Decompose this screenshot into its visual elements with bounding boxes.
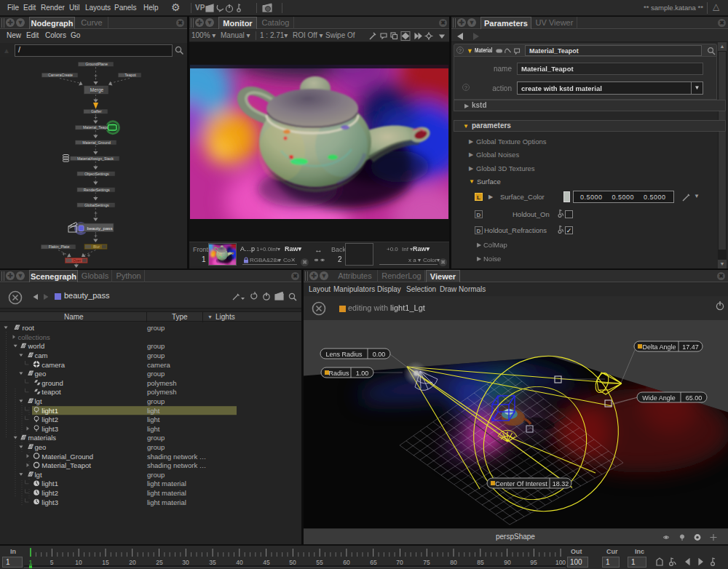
svg-text:Material_Teapot: Material_Teapot [83, 125, 110, 130]
svg-text:Material_Ground: Material_Ground [82, 140, 111, 145]
svg-text:light: light [147, 425, 160, 433]
svg-text:MaterialAssign_Stack: MaterialAssign_Stack [77, 156, 114, 161]
svg-text:light2: light2 [41, 489, 58, 497]
svg-text:cam: cam [35, 351, 48, 359]
svg-text:materials: materials [28, 434, 57, 442]
svg-text:camera: camera [41, 361, 65, 369]
svg-text:80: 80 [450, 559, 457, 566]
svg-text:100: 100 [555, 559, 566, 566]
svg-text:group: group [147, 342, 165, 350]
svg-text:shading network …: shading network … [147, 461, 206, 469]
svg-text:beauty_pass: beauty_pass [87, 226, 112, 231]
svg-text:light material: light material [147, 489, 186, 497]
svg-text:light: light [147, 407, 160, 415]
svg-text:teapot: teapot [41, 388, 61, 396]
svg-text:light material: light material [147, 498, 186, 506]
svg-text:Merge: Merge [90, 87, 104, 93]
svg-text:5: 5 [50, 559, 54, 566]
svg-text:light2: light2 [41, 415, 58, 423]
svg-text:root: root [23, 324, 35, 332]
svg-text:light3: light3 [41, 425, 58, 433]
svg-text:world: world [28, 342, 45, 350]
svg-text:18.32: 18.32 [553, 480, 569, 488]
svg-text:lgt: lgt [35, 471, 42, 479]
svg-text:45: 45 [263, 559, 270, 566]
svg-text:CameraCreate: CameraCreate [48, 73, 73, 77]
svg-text:Radius: Radius [328, 370, 349, 377]
svg-text:light1: light1 [41, 407, 58, 415]
svg-text:RenderSettings: RenderSettings [84, 188, 110, 192]
svg-text:Wide Angle: Wide Angle [642, 394, 676, 402]
svg-text:light3: light3 [41, 498, 58, 506]
svg-text:group: group [147, 370, 165, 378]
svg-text:geo: geo [35, 443, 47, 451]
svg-text:10: 10 [75, 559, 82, 566]
svg-text:group: group [147, 443, 165, 451]
svg-text:Blur: Blur [93, 244, 100, 249]
svg-text:light1: light1 [41, 480, 58, 488]
svg-text:Teapot: Teapot [124, 73, 136, 77]
svg-text:1: 1 [28, 559, 32, 566]
svg-text:shading network …: shading network … [147, 453, 206, 461]
svg-text:40: 40 [236, 559, 243, 566]
svg-text:lgt: lgt [35, 397, 42, 405]
svg-text:ObjectSettings: ObjectSettings [84, 172, 109, 176]
svg-text:85: 85 [477, 559, 484, 566]
svg-text:light: light [147, 415, 160, 423]
svg-text:polymesh: polymesh [147, 379, 177, 387]
svg-text:group: group [147, 351, 165, 359]
svg-text:65.00: 65.00 [686, 394, 703, 402]
svg-text:Flakin_Plate: Flakin_Plate [49, 244, 70, 249]
svg-text:30: 30 [182, 559, 189, 566]
svg-text:Gaffer: Gaffer [91, 109, 102, 114]
svg-text:Material_Ground: Material_Ground [41, 453, 93, 461]
svg-text:group: group [147, 471, 165, 479]
svg-text:70: 70 [396, 559, 403, 566]
svg-text:1.00: 1.00 [356, 370, 369, 377]
svg-text:95: 95 [530, 559, 537, 566]
svg-text:Material_Teapot: Material_Teapot [41, 461, 91, 469]
svg-text:GlobalSettings: GlobalSettings [84, 203, 109, 207]
svg-text:35: 35 [209, 559, 216, 566]
svg-text:group: group [147, 397, 165, 405]
svg-text:collections: collections [18, 333, 51, 341]
svg-text:geo: geo [35, 370, 47, 378]
svg-text:light material: light material [147, 480, 186, 488]
svg-text:17.47: 17.47 [682, 343, 699, 351]
svg-text:25: 25 [156, 559, 163, 566]
svg-text:0.00: 0.00 [373, 351, 386, 358]
svg-text:55: 55 [316, 559, 323, 566]
svg-text:15: 15 [102, 559, 109, 566]
svg-text:ground: ground [41, 379, 63, 387]
svg-text:group: group [147, 434, 165, 442]
svg-text:camera: camera [147, 361, 170, 369]
svg-text:75: 75 [423, 559, 430, 566]
svg-text:65: 65 [370, 559, 377, 566]
svg-text:Center Of Interest: Center Of Interest [495, 480, 547, 488]
svg-text:90: 90 [504, 559, 511, 566]
svg-text:20: 20 [129, 559, 136, 566]
svg-text:50: 50 [289, 559, 296, 566]
svg-text:Lens Radius: Lens Radius [325, 351, 363, 358]
svg-text:group: group [147, 324, 165, 332]
svg-text:Over: Over [73, 258, 82, 263]
svg-text:polymesh: polymesh [147, 388, 177, 396]
svg-text:GroundPlane: GroundPlane [85, 62, 108, 66]
svg-text:60: 60 [343, 559, 350, 566]
svg-text:Delta Angle: Delta Angle [642, 343, 676, 351]
